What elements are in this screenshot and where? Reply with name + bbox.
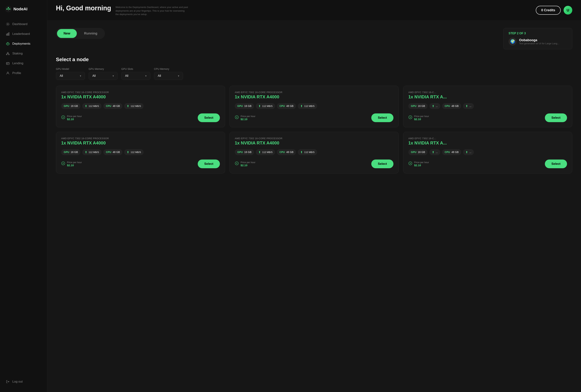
node-specs: GPU 16 GB ⬆ 112 MB/S CPU 48 GB ⬆ 112 MB/… bbox=[235, 103, 394, 109]
node-gpu-name: 1x NVIDIA RTX A... bbox=[408, 140, 567, 146]
sidebar-item-leaderboard[interactable]: Leaderboard bbox=[3, 29, 44, 38]
toggle-new-label: New bbox=[64, 31, 70, 35]
price-value: $2.10 bbox=[67, 118, 82, 121]
spec-badge-gpu-1-0: GPU 16 GB bbox=[235, 103, 254, 109]
price-label: Price per hour bbox=[67, 115, 82, 118]
spec-speed-value: 112 MB/S bbox=[304, 105, 314, 107]
spec-badge-speed-4-1: ⬆ 112 MB/S bbox=[256, 149, 275, 155]
sidebar-item-profile[interactable]: Profile bbox=[3, 69, 44, 78]
filter-gpu-model: GPU Model All ▾ bbox=[56, 67, 85, 80]
filter-gpu-slots-value: All bbox=[125, 74, 128, 77]
node-card: AMD EPYC 7302 16-C... 1x NVIDIA RTX A...… bbox=[403, 132, 572, 173]
step-service: 🌍 Oobabooga Text generation w/ UI for La… bbox=[508, 37, 567, 45]
node-info: AMD EPYC 7302 16-C... 1x NVIDIA RTX A... bbox=[408, 91, 567, 99]
spec-badge-gpu-3-0: GPU 16 GB bbox=[61, 149, 80, 155]
svg-line-20 bbox=[8, 53, 9, 54]
node-gpu-name: 1x NVIDIA RTX A4000 bbox=[61, 140, 220, 146]
svg-rect-11 bbox=[8, 33, 8, 35]
spec-type: GPU bbox=[64, 104, 69, 107]
sidebar-item-deployments[interactable]: Deployments bbox=[3, 39, 44, 48]
node-card: AMD EPYC 7302 16-C... 1x NVIDIA RTX A...… bbox=[403, 86, 572, 127]
section-title: Select a node bbox=[56, 57, 572, 62]
spec-type: GPU bbox=[237, 151, 243, 154]
navigation: Dashboard Leaderboard Deployments bbox=[0, 19, 47, 377]
filter-gpu-model-label: GPU Model bbox=[56, 67, 85, 70]
spec-value: 48 GB bbox=[113, 151, 120, 154]
page-title: Hi, Good morning bbox=[56, 4, 111, 12]
toggle-group: New Running bbox=[56, 28, 105, 39]
node-footer: Price per hour $2.10 Select bbox=[61, 113, 220, 122]
price-value: $2.10 bbox=[240, 118, 256, 121]
upload-icon: ⬆ bbox=[258, 150, 261, 154]
nodes-grid: AMD EPYC 7302 16-CORE PROCESSOR 1x NVIDI… bbox=[56, 86, 572, 173]
spec-badge-cpu-1-2: CPU 48 GB bbox=[277, 103, 296, 109]
spec-badge-cpu-2-2: CPU 48 GB bbox=[442, 103, 461, 109]
service-name: Oobabooga bbox=[519, 38, 559, 42]
select-node-button[interactable]: Select bbox=[545, 113, 567, 122]
upload-icon: ⬆ bbox=[300, 150, 303, 154]
content-area: New Running STEP 2 OF 3 🌍 Oobabooga Text… bbox=[47, 21, 581, 392]
select-node-button[interactable]: Select bbox=[198, 113, 220, 122]
sidebar-item-dashboard[interactable]: Dashboard bbox=[3, 19, 44, 29]
spec-badge-speed-2-3: ⬆ ... bbox=[463, 103, 474, 109]
filter-gpu-model-select[interactable]: All ▾ bbox=[56, 72, 85, 80]
filter-gpu-slots: GPU Slots All ▾ bbox=[121, 67, 150, 80]
spec-badge-speed-2-1: ⬆ ... bbox=[430, 103, 440, 109]
spec-speed-value: 112 MB/S bbox=[304, 151, 314, 154]
price-icon bbox=[408, 115, 412, 120]
upload-icon: ⬆ bbox=[85, 150, 87, 154]
toggle-new-button[interactable]: New bbox=[57, 29, 77, 38]
spec-speed-value: 112 MB/S bbox=[262, 105, 272, 107]
svg-point-18 bbox=[8, 54, 10, 55]
sidebar-item-label-staking: Staking bbox=[12, 52, 23, 55]
price-icon bbox=[61, 161, 65, 166]
price-value: $2.10 bbox=[414, 118, 429, 121]
filter-cpu-memory-select[interactable]: All ▾ bbox=[154, 72, 183, 80]
node-gpu-name: 1x NVIDIA RTX A4000 bbox=[235, 140, 394, 146]
node-gpu-name: 1x NVIDIA RTX A... bbox=[408, 94, 567, 99]
top-bar: New Running STEP 2 OF 3 🌍 Oobabooga Text… bbox=[56, 28, 572, 49]
header-subtitle: Welcome to the Deployments Dashboard, wh… bbox=[116, 4, 188, 16]
sidebar-item-lending[interactable]: Lending bbox=[3, 59, 44, 68]
spec-value: 48 GB bbox=[286, 151, 294, 154]
node-cpu: AMD EPYC 7302 16-CORE PROCESSOR bbox=[61, 91, 220, 94]
filter-gpu-memory-select[interactable]: All ▾ bbox=[88, 72, 118, 80]
price-label: Price per hour bbox=[240, 115, 256, 118]
logout-button[interactable]: Log out bbox=[3, 377, 44, 386]
spec-badge-gpu-2-0: GPU 16 GB bbox=[408, 103, 428, 109]
logout-label: Log out bbox=[12, 380, 23, 384]
select-node-button[interactable]: Select bbox=[371, 159, 394, 168]
price-info: Price per hour $2.10 bbox=[408, 161, 429, 167]
node-cpu: AMD EPYC 7302 16-CORE PROCESSOR bbox=[235, 91, 394, 94]
select-node-button[interactable]: Select bbox=[371, 113, 394, 122]
filter-gpu-slots-select[interactable]: All ▾ bbox=[121, 72, 150, 80]
spec-badge-cpu-4-2: CPU 48 GB bbox=[277, 149, 296, 155]
logo-text: NodeAI bbox=[14, 7, 28, 11]
price-value: $2.10 bbox=[240, 164, 256, 167]
spec-speed-value: 112 MB/S bbox=[130, 105, 141, 107]
nodeai-logo-icon bbox=[5, 6, 12, 12]
service-desc: Text generation w/ UI for Large Lang... bbox=[519, 42, 559, 45]
avatar[interactable]: U bbox=[564, 6, 572, 14]
sidebar-item-staking[interactable]: Staking bbox=[3, 49, 44, 58]
spec-speed-value: ... bbox=[469, 151, 471, 154]
node-specs: GPU 16 GB ⬆ ... CPU 48 GB ⬆ ... bbox=[408, 149, 567, 155]
upload-icon: ⬆ bbox=[300, 104, 303, 108]
select-node-button[interactable]: Select bbox=[545, 159, 567, 168]
upload-icon: ⬆ bbox=[466, 104, 468, 108]
header-left: Hi, Good morning Welcome to the Deployme… bbox=[56, 4, 188, 16]
spec-type: CPU bbox=[445, 151, 450, 154]
filter-gpu-memory-value: All bbox=[92, 74, 96, 77]
spec-badge-cpu-0-2: CPU 48 GB bbox=[103, 103, 122, 109]
select-node-button[interactable]: Select bbox=[198, 159, 220, 168]
upload-icon: ⬆ bbox=[85, 104, 87, 108]
upload-icon: ⬆ bbox=[432, 150, 434, 154]
step-indicator: STEP 2 OF 3 🌍 Oobabooga Text generation … bbox=[503, 28, 572, 49]
price-label: Price per hour bbox=[240, 161, 256, 164]
staking-icon bbox=[6, 51, 10, 55]
credits-button[interactable]: 0 Credits bbox=[536, 6, 561, 15]
toggle-running-button[interactable]: Running bbox=[78, 29, 104, 38]
node-footer: Price per hour $2.10 Select bbox=[408, 113, 567, 122]
node-cpu: AMD EPYC 7302 16-CORE PROCESSOR bbox=[61, 137, 220, 140]
chevron-down-icon: ▾ bbox=[178, 74, 179, 77]
